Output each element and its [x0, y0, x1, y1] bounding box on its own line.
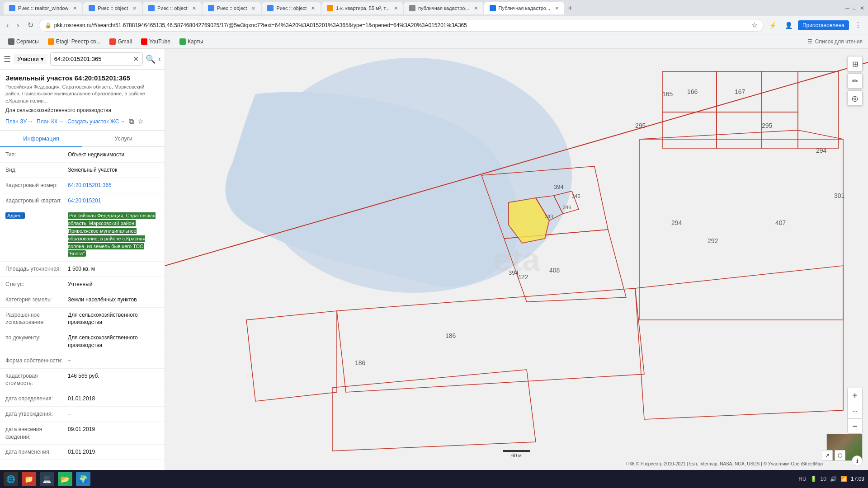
- taskbar-icon-3[interactable]: 📂: [58, 472, 72, 486]
- minimize-icon[interactable]: ─: [845, 5, 849, 11]
- tab-label-2: Риес :: object: [157, 5, 188, 11]
- label-date-det: дата определения:: [5, 395, 64, 403]
- create-plot-link[interactable]: Создать участок ЖС →: [67, 118, 125, 125]
- svg-text:295: 295: [762, 122, 773, 129]
- plan-zu-arrow: →: [28, 118, 33, 125]
- reload-button[interactable]: ↻: [25, 19, 36, 31]
- location-button[interactable]: ◎: [847, 90, 863, 106]
- value-date-apply: 01.01.2019: [68, 448, 159, 456]
- label-ownership: Форма собственности:: [5, 357, 64, 365]
- tab-2[interactable]: Риес :: object ✕: [143, 2, 202, 14]
- new-tab-button[interactable]: +: [565, 4, 576, 13]
- value-kadnumber[interactable]: 64:20:015201:365: [68, 182, 159, 189]
- tab-close-2[interactable]: ✕: [192, 5, 196, 11]
- svg-text:167: 167: [735, 88, 745, 95]
- bookmark-star-button[interactable]: ☆: [751, 21, 758, 29]
- tab-close-7[interactable]: ✕: [555, 5, 559, 11]
- sidebar-menu-button[interactable]: ☰: [4, 54, 11, 64]
- create-plot-arrow: →: [120, 118, 125, 125]
- extensions-button[interactable]: ⚡: [766, 20, 779, 31]
- reading-list-label: Список для чтения: [815, 38, 863, 45]
- tab-5[interactable]: 1-к. квартира, 55 м², т... ✕: [321, 2, 403, 14]
- youtube-icon: [141, 38, 147, 45]
- tab-services[interactable]: Услуги: [82, 131, 165, 147]
- search-input[interactable]: [54, 56, 133, 62]
- tab-information[interactable]: Информация: [0, 131, 82, 147]
- favorite-button[interactable]: ☆: [137, 117, 144, 126]
- info-table: Тип: Объект недвижимости Вид: Земельный …: [0, 147, 165, 470]
- tab-4[interactable]: Риес :: object ✕: [262, 2, 321, 14]
- forward-button[interactable]: ›: [14, 19, 22, 31]
- bookmark-maps-label: Карты: [188, 38, 203, 45]
- value-vid: Земельный участок: [68, 166, 159, 174]
- svg-text:345: 345: [572, 193, 580, 199]
- bookmark-services[interactable]: Сервисы: [5, 38, 42, 46]
- search-clear-button[interactable]: ✕: [133, 55, 139, 63]
- zoom-out-button[interactable]: −: [847, 418, 863, 434]
- search-type-selector[interactable]: Участки ▾: [14, 54, 47, 64]
- plan-zu-link[interactable]: План ЗУ →: [5, 118, 33, 125]
- label-date-appr: дата утверждения:: [5, 410, 64, 418]
- search-go-button[interactable]: 🔍: [146, 54, 156, 64]
- bookmark-gmail[interactable]: Gmail: [107, 38, 134, 46]
- tab-close-3[interactable]: ✕: [251, 5, 255, 11]
- tab-1[interactable]: Риес :: object ✕: [83, 2, 142, 14]
- tab-bar: Риес :: realtor_window ✕ Риес :: object …: [0, 0, 868, 16]
- address-input[interactable]: [54, 22, 749, 28]
- tab-close-4[interactable]: ✕: [311, 5, 315, 11]
- layers-button[interactable]: ⊞: [847, 56, 863, 71]
- zoom-in-button[interactable]: +: [847, 388, 863, 403]
- info-row-land-cat: Категория земель: Земли населённых пункт…: [0, 292, 165, 308]
- tab-close-5[interactable]: ✕: [394, 5, 398, 11]
- collapse-sidebar-button[interactable]: ‹: [158, 54, 161, 64]
- taskbar-icon-3-glyph: 📂: [61, 475, 70, 483]
- back-button[interactable]: ‹: [4, 19, 11, 31]
- value-kadquarter[interactable]: 64:20:015201: [68, 197, 159, 205]
- svg-text:186: 186: [355, 359, 366, 366]
- address-bar[interactable]: 🔒 ☆: [39, 19, 764, 32]
- draw-button[interactable]: ✏: [847, 73, 863, 89]
- value-status: Учтенный: [68, 281, 159, 288]
- tab-6[interactable]: публичная кадастро... ✕: [404, 2, 483, 14]
- taskbar-icon-2[interactable]: 💻: [40, 472, 54, 486]
- taskbar-icon-4[interactable]: 🌍: [76, 472, 90, 486]
- plan-kk-link[interactable]: План КК →: [37, 118, 64, 125]
- tab-0[interactable]: Риес :: realtor_window ✕: [4, 2, 82, 14]
- close-icon[interactable]: ✕: [860, 5, 864, 11]
- taskbar-keyboard: RU: [798, 476, 806, 482]
- svg-text:408: 408: [549, 267, 560, 274]
- bookmark-youtube[interactable]: YouTube: [138, 38, 173, 46]
- sync-status-button[interactable]: Приостановлена: [798, 20, 849, 30]
- bookmark-etagi[interactable]: Etagi: Реестр св...: [45, 38, 104, 46]
- value-land-cat: Земли населённых пунктов: [68, 296, 159, 304]
- taskbar-icon-1[interactable]: 📁: [22, 472, 36, 486]
- value-ownership: –: [68, 357, 159, 365]
- tab-close-1[interactable]: ✕: [132, 5, 137, 11]
- map-info-button[interactable]: ℹ: [852, 455, 863, 466]
- label-area: Площадь уточненная:: [5, 265, 64, 273]
- taskbar-icon-0[interactable]: 🌐: [4, 472, 18, 486]
- screenshot-button[interactable]: ⬡: [835, 450, 845, 461]
- tab-close-6[interactable]: ✕: [474, 5, 478, 11]
- tab-label-1: Риес :: object: [98, 5, 128, 11]
- tab-favicon-7: [490, 5, 496, 11]
- tab-3[interactable]: Риес :: object ✕: [203, 2, 261, 14]
- reading-list-icon[interactable]: ☰: [807, 38, 812, 45]
- map-area[interactable]: 166 167 165 295 295 294 294 394 394 345 …: [165, 49, 868, 470]
- svg-text:292: 292: [708, 237, 718, 244]
- info-row-date-appr: дата утверждения: –: [0, 407, 165, 422]
- copy-button[interactable]: ⧉: [129, 117, 134, 126]
- bookmark-maps[interactable]: Карты: [177, 38, 206, 46]
- maximize-icon[interactable]: □: [853, 5, 856, 11]
- window-controls: ─ □ ✕: [845, 5, 864, 11]
- info-row-ownership: Форма собственности: –: [0, 353, 165, 369]
- share-button[interactable]: ↗: [822, 450, 833, 461]
- menu-button[interactable]: ⋮: [852, 19, 864, 31]
- maps-icon: [179, 38, 186, 45]
- taskbar-time-value: 17:09: [851, 476, 864, 482]
- tab-close-0[interactable]: ✕: [73, 5, 77, 11]
- info-row-kadnumber: Кадастровый номер: 64:20:015201:365: [0, 178, 165, 193]
- value-date-det: 01.01.2018: [68, 395, 159, 403]
- profile-button[interactable]: 👤: [782, 20, 795, 31]
- tab-7[interactable]: Публичная кадастро... ✕: [484, 2, 565, 14]
